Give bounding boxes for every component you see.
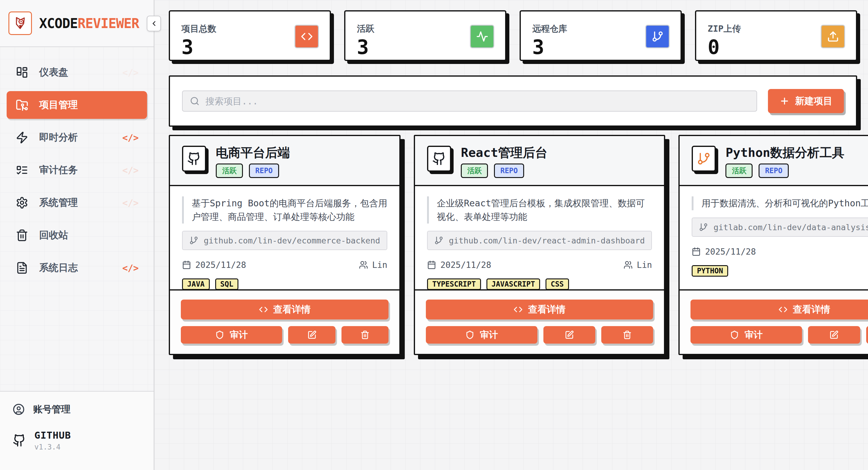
brand-title-black: XCODE (39, 16, 78, 31)
delete-button[interactable] (601, 326, 653, 344)
shield-icon (465, 330, 474, 340)
delete-button[interactable] (341, 326, 389, 344)
stats-row: 项目总数 3 活跃 3 远程仓库 3 (169, 10, 857, 61)
file-text-icon (16, 262, 28, 274)
language-tag: TYPESCRIPT (427, 278, 481, 290)
edit-button[interactable] (544, 326, 595, 344)
account-management-item[interactable]: 账号管理 (13, 403, 141, 416)
app-root: XCODEREVIEWER 仪表盘 </> 项目管理 (0, 0, 868, 470)
calendar-icon (427, 260, 436, 269)
code-icon (514, 305, 523, 314)
project-date: 2025/11/28 (182, 260, 246, 270)
git-branch-icon (692, 146, 716, 172)
delete-button[interactable] (866, 326, 868, 344)
language-tag: CSS (546, 278, 569, 290)
search-section: 新建项目 (169, 76, 857, 127)
user-circle-icon (13, 403, 25, 415)
gear-icon (16, 196, 28, 209)
shield-icon (215, 330, 224, 340)
project-owner: Lin (359, 260, 388, 270)
sidebar-item-system-logs[interactable]: 系统日志 </> (7, 254, 147, 282)
search-input[interactable] (206, 96, 749, 107)
project-title: 电商平台后端 (216, 146, 290, 160)
code-marker: </> (122, 165, 138, 176)
github-icon (182, 146, 206, 172)
app-name: GITHUB (34, 430, 71, 441)
calendar-icon (692, 247, 701, 256)
code-marker: </> (122, 67, 138, 78)
repo-url: github.com/lin-dev/react-admin-dashboard (449, 236, 645, 245)
view-details-button[interactable]: 查看详情 (690, 299, 868, 320)
folder-git-icon (16, 99, 28, 111)
stat-label: 远程仓库 (532, 23, 567, 35)
stat-card-zip-uploads: ZIP上传 0 (695, 10, 857, 61)
stat-value: 3 (532, 37, 567, 57)
edit-button[interactable] (808, 326, 860, 344)
stat-label: 项目总数 (181, 23, 216, 35)
calendar-icon (182, 260, 191, 269)
brand-title-orange: REVIEWER (78, 16, 139, 31)
project-owner: Lin (624, 260, 652, 270)
app-version-item: GITHUB v1.3.4 (13, 430, 141, 451)
app-version: v1.3.4 (34, 443, 71, 451)
projects-row: 电商平台后端 活跃 REPO 基于Spring Boot的电商平台后端服务，包含… (169, 135, 857, 355)
sidebar-item-recycle-bin[interactable]: 回收站 (7, 222, 147, 249)
layout-dashboard-icon (16, 66, 28, 79)
sidebar-item-label: 系统日志 (39, 261, 78, 274)
brand-title: XCODEREVIEWER (39, 16, 139, 31)
code-marker: </> (122, 198, 138, 208)
project-date: 2025/11/28 (427, 260, 491, 270)
new-project-button[interactable]: 新建项目 (768, 89, 844, 113)
edit-icon (565, 330, 574, 340)
sidebar-item-label: 即时分析 (39, 131, 78, 144)
repo-url: gitlab.com/lin-dev/data-analysis-toolkit (713, 223, 868, 232)
git-branch-icon (189, 236, 198, 245)
audit-button[interactable]: 审计 (426, 326, 537, 344)
project-card-body: 用于数据清洗、分析和可视化的Python工具集 gitlab.com/lin-d… (680, 186, 868, 289)
stat-card-remote-repos: 远程仓库 3 (520, 10, 682, 61)
stat-card-total-projects: 项目总数 3 (169, 10, 331, 61)
sidebar-footer: 账号管理 GITHUB v1.3.4 (0, 391, 154, 470)
language-tag: JAVASCRIPT (487, 278, 540, 290)
view-details-button[interactable]: 查看详情 (181, 299, 389, 320)
sidebar-item-audit-tasks[interactable]: 审计任务 </> (7, 156, 147, 184)
project-card-footer: 查看详情 审计 (680, 289, 868, 354)
sidebar-item-label: 审计任务 (39, 164, 78, 177)
stat-card-active: 活跃 3 (344, 10, 506, 61)
search-icon (190, 96, 199, 106)
project-card-body: 基于Spring Boot的电商平台后端服务，包含用户管理、商品管理、订单处理等… (170, 186, 399, 289)
sidebar-item-instant-analysis[interactable]: 即时分析 </> (7, 124, 147, 151)
status-badge: 活跃 (216, 164, 243, 178)
sidebar-item-system-admin[interactable]: 系统管理 </> (7, 189, 147, 216)
code-icon (294, 25, 319, 48)
git-branch-icon (699, 223, 708, 232)
git-branch-icon (434, 236, 443, 245)
project-title: Python数据分析工具 (725, 146, 844, 160)
type-badge: REPO (249, 164, 279, 178)
sidebar-collapse-button[interactable] (147, 16, 161, 31)
code-icon (778, 305, 787, 314)
stat-label: 活跃 (357, 23, 374, 35)
tag-list: PYTHON (692, 265, 868, 276)
sidebar-item-dashboard[interactable]: 仪表盘 </> (7, 59, 147, 86)
brand-logo-icon (8, 11, 32, 35)
github-icon (13, 434, 26, 447)
view-details-button[interactable]: 查看详情 (426, 299, 653, 320)
plus-icon (779, 96, 789, 106)
sidebar-item-projects[interactable]: 项目管理 (7, 91, 147, 119)
code-marker: </> (122, 133, 138, 143)
edit-button[interactable] (288, 326, 335, 344)
chevron-left-icon (150, 20, 158, 27)
status-badge: 活跃 (725, 164, 752, 178)
repo-url-box: gitlab.com/lin-dev/data-analysis-toolkit (692, 217, 868, 237)
project-card-footer: 查看详情 审计 (415, 289, 664, 354)
audit-button[interactable]: 审计 (181, 326, 282, 344)
repo-url-box: github.com/lin-dev/react-admin-dashboard (427, 231, 652, 250)
project-description: 企业级React管理后台模板，集成权限管理、数据可视化、表单处理等功能 (427, 196, 652, 224)
tag-list: TYPESCRIPT JAVASCRIPT CSS (427, 278, 652, 290)
language-tag: PYTHON (692, 265, 728, 276)
project-card-react-admin: React管理后台 活跃 REPO 企业级React管理后台模板，集成权限管理、… (414, 135, 665, 355)
audit-button[interactable]: 审计 (690, 326, 802, 344)
account-label: 账号管理 (33, 403, 70, 416)
project-card-header: React管理后台 活跃 REPO (415, 136, 664, 186)
